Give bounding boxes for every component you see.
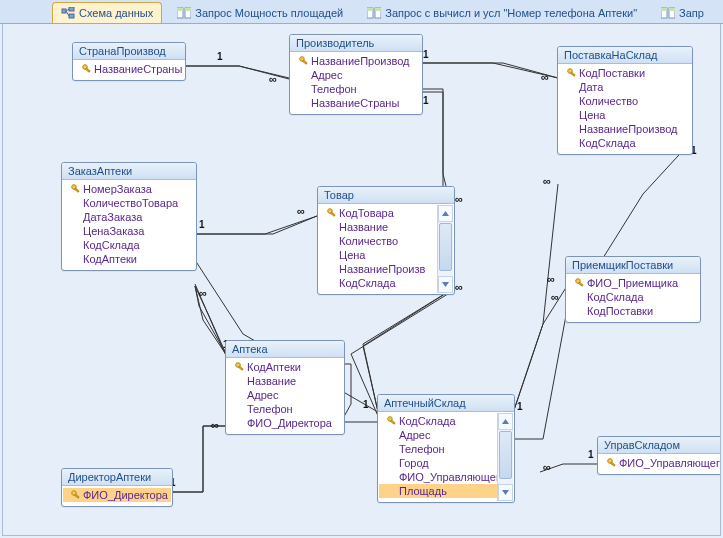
table-field[interactable]: Дата [559,80,691,94]
table-field[interactable]: КодТовара [319,206,453,220]
table-field[interactable]: ФИО_Приемщика [567,276,699,290]
tab-schema[interactable]: Схема данных [52,2,162,23]
field-name: КодСклада [587,291,644,303]
field-name: КодСклада [399,415,456,427]
tab-label: Запрос Мощность площадей [195,7,343,19]
table-title[interactable]: ДиректорАптеки [62,469,172,486]
field-name: Цена [339,249,365,261]
table-country[interactable]: СтранаПроизводНазваниеСтраны [72,42,186,81]
scrollbar-track[interactable] [498,430,513,484]
table-field[interactable]: Количество [559,94,691,108]
field-name: Название [247,375,296,387]
tab-query-1[interactable]: Запрос Мощность площадей [168,2,352,23]
primary-key-icon [573,278,587,288]
table-field[interactable]: НазваниеПроизвод [559,122,691,136]
table-field[interactable]: КодСклада [567,290,699,304]
table-title[interactable]: ПоставкаНаСклад [558,47,692,64]
table-field[interactable]: Цена [559,108,691,122]
table-title[interactable]: СтранаПроизвод [73,43,185,60]
field-name: Город [399,457,429,469]
table-manager[interactable]: УправСкладомФИО_Управляющего [597,436,721,475]
table-field[interactable]: Город [379,456,513,470]
table-field[interactable]: Телефон [227,402,343,416]
primary-key-icon [297,56,311,66]
scrollbar-thumb[interactable] [499,431,512,479]
svg-rect-12 [375,8,381,11]
table-field[interactable]: Название [319,220,453,234]
field-name: ФИО_Директора [83,489,168,501]
table-manufacturer[interactable]: ПроизводительНазваниеПроизводАдресТелефо… [289,34,423,115]
table-title[interactable]: ПриемщикПоставки [566,257,700,274]
tab-query-3[interactable]: Запр [652,2,713,23]
card-inf: ∞ [455,194,463,205]
table-field[interactable]: Телефон [291,82,421,96]
tab-query-2[interactable]: Запрос с вычисл и усл "Номер телефона Ап… [358,2,646,23]
table-title[interactable]: ЗаказАптеки [62,163,196,180]
schema-icon [61,7,75,19]
scrollbar-up-button[interactable] [498,413,513,430]
table-field[interactable]: Адрес [379,428,513,442]
table-field[interactable]: Количество [319,234,453,248]
table-order[interactable]: ЗаказАптекиНомерЗаказаКоличествоТовараДа… [61,162,197,271]
table-field[interactable]: Цена [319,248,453,262]
table-title[interactable]: Товар [318,187,454,204]
table-product[interactable]: Товар КодТовараНазваниеКоличествоЦенаНаз… [317,186,455,295]
table-field-list: КодТовараНазваниеКоличествоЦенаНазваниеП… [318,204,454,294]
card-inf: ∞ [547,274,555,285]
card-1: 1 [217,52,223,62]
table-field-list: НазваниеСтраны [73,60,185,80]
table-title[interactable]: Производитель [290,35,422,52]
table-director[interactable]: ДиректорАптекиФИО_Директора [61,468,173,507]
scrollbar-down-button[interactable] [438,276,453,293]
table-title[interactable]: АптечныйСклад [378,395,514,412]
table-field[interactable]: НазваниеСтраны [291,96,421,110]
table-pharmacy[interactable]: АптекаКодАптекиНазваниеАдресТелефонФИО_Д… [225,340,345,435]
table-field[interactable]: КодСклада [379,414,513,428]
table-field[interactable]: ФИО_Управляющего [599,456,721,470]
scrollbar-vertical[interactable] [437,205,453,293]
table-field[interactable]: Название [227,374,343,388]
table-field[interactable]: НазваниеПроизвод [291,54,421,68]
schema-canvas[interactable]: 1 ∞ 1 ∞ 1 ∞ 1 ∞ 1 ∞ 1 ∞ 1 ∞ 1 ∞ 1 ∞ 1 ∞ … [2,24,721,536]
card-inf: ∞ [543,176,551,187]
scrollbar-up-button[interactable] [438,205,453,222]
scrollbar-thumb[interactable] [439,223,452,271]
table-supply[interactable]: ПоставкаНаСкладКодПоставкиДатаКоличество… [557,46,693,155]
table-field[interactable]: КодПоставки [567,304,699,318]
table-field[interactable]: КодСклада [319,276,453,290]
table-field[interactable]: ЦенаЗаказа [63,224,195,238]
table-field[interactable]: НазваниеСтраны [74,62,184,76]
table-field[interactable]: Площадь [379,484,513,498]
table-field[interactable]: ФИО_Управляющего [379,470,513,484]
table-field-list: ФИО_ПриемщикаКодСкладаКодПоставки [566,274,700,322]
table-field[interactable]: КодПоставки [559,66,691,80]
table-field[interactable]: НомерЗаказа [63,182,195,196]
table-field[interactable]: Адрес [291,68,421,82]
table-warehouse[interactable]: АптечныйСклад КодСкладаАдресТелефонГород… [377,394,515,503]
field-name: Цена [579,109,605,121]
scrollbar-down-button[interactable] [498,484,513,501]
table-field[interactable]: КоличествоТовара [63,196,195,210]
table-field[interactable]: Телефон [379,442,513,456]
scrollbar-vertical[interactable] [497,413,513,501]
table-field[interactable]: КодАптеки [63,252,195,266]
card-1: 1 [423,96,429,106]
table-title[interactable]: УправСкладом [598,437,721,454]
table-field[interactable]: ДатаЗаказа [63,210,195,224]
tab-label: Запр [679,7,704,19]
table-field[interactable]: КодСклада [559,136,691,150]
card-1: 1 [517,402,523,412]
table-field[interactable]: Адрес [227,388,343,402]
table-field[interactable]: КодАптеки [227,360,343,374]
table-field[interactable]: ФИО_Директора [227,416,343,430]
svg-rect-40 [611,462,615,466]
field-name: Адрес [311,69,343,81]
table-field[interactable]: КодСклада [63,238,195,252]
table-receiver[interactable]: ПриемщикПоставкиФИО_ПриемщикаКодСкладаКо… [565,256,701,323]
table-title[interactable]: Аптека [226,341,344,358]
query-icon [661,7,675,19]
scrollbar-track[interactable] [438,222,453,276]
field-name: НазваниеПроизв [339,263,425,275]
table-field[interactable]: НазваниеПроизв [319,262,453,276]
table-field[interactable]: ФИО_Директора [63,488,171,502]
